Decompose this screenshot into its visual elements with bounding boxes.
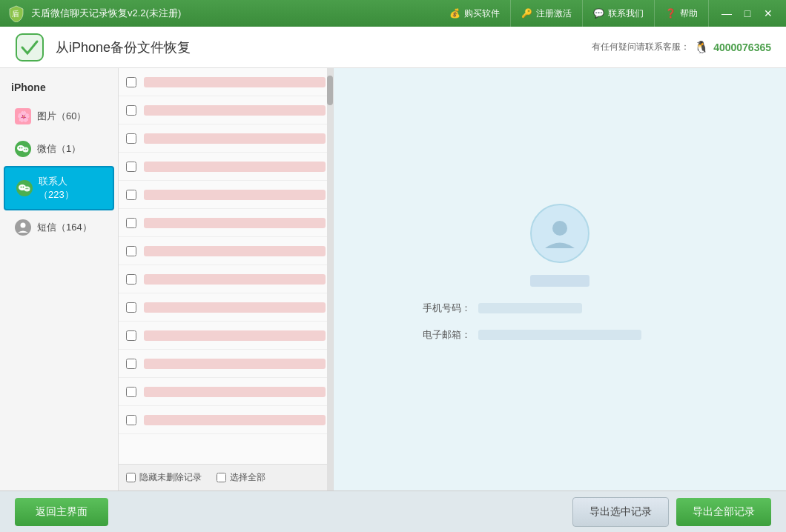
svg-point-6	[23, 147, 29, 153]
contact-avatar	[530, 204, 590, 263]
list-item[interactable]	[119, 378, 333, 406]
hide-deleted-label[interactable]: 隐藏未删除记录	[126, 471, 202, 484]
svg-point-18	[552, 221, 567, 236]
row-checkbox[interactable]	[126, 274, 136, 285]
export-selected-button[interactable]: 导出选中记录	[572, 497, 669, 527]
contact-name-blur	[144, 274, 326, 285]
contact-name-blur	[144, 359, 326, 369]
contact-name-blur	[144, 105, 326, 116]
page-title: 从iPhone备份文件恢复	[56, 39, 592, 56]
select-all-checkbox[interactable]	[217, 473, 226, 482]
list-item[interactable]	[119, 124, 333, 153]
list-item[interactable]	[119, 153, 333, 181]
support-info: 有任何疑问请联系客服： 🐧 4000076365	[592, 40, 771, 54]
contact-name-blur	[144, 387, 326, 397]
minimize-btn[interactable]: —	[716, 0, 737, 27]
svg-point-13	[24, 187, 30, 192]
list-item[interactable]	[119, 181, 333, 209]
email-value-blur	[478, 330, 641, 340]
device-label: iPhone	[0, 76, 118, 99]
svg-point-12	[23, 187, 24, 188]
list-item[interactable]	[119, 350, 333, 378]
contacts-icon	[16, 180, 33, 196]
list-item[interactable]	[119, 265, 333, 293]
window-controls: — □ ✕	[716, 0, 779, 27]
row-checkbox[interactable]	[126, 162, 136, 172]
row-checkbox[interactable]	[126, 105, 136, 116]
close-btn[interactable]: ✕	[758, 0, 779, 27]
contact-list[interactable]	[119, 68, 333, 464]
row-checkbox[interactable]	[126, 190, 136, 200]
row-checkbox[interactable]	[126, 415, 136, 425]
svg-rect-1	[16, 34, 43, 61]
contact-name-blur	[144, 415, 326, 425]
help-label: 帮助	[680, 7, 698, 20]
contact-us-btn[interactable]: 💬 联系我们	[583, 0, 655, 27]
bottombar: 返回主界面 导出选中记录 导出全部记录	[0, 491, 786, 532]
scrollbar-track[interactable]	[327, 68, 333, 491]
select-all-label[interactable]: 选择全部	[217, 471, 265, 484]
list-item[interactable]	[119, 406, 333, 434]
sidebar-item-sms[interactable]: 短信（164）	[4, 212, 114, 243]
list-item[interactable]	[119, 209, 333, 237]
list-item[interactable]	[119, 237, 333, 265]
qq-icon: 🐧	[694, 40, 709, 54]
wechat-label: 微信（1）	[37, 142, 81, 156]
contact-name-blur	[144, 246, 326, 256]
sms-icon	[15, 219, 31, 236]
contact-list-area: 隐藏未删除记录 选择全部	[119, 68, 334, 491]
row-checkbox[interactable]	[126, 133, 136, 144]
sidebar: iPhone 🌸 图片（60） 微信（1）	[0, 68, 119, 491]
list-item[interactable]	[119, 68, 333, 96]
photos-label: 图片（60）	[37, 110, 86, 123]
help-btn[interactable]: ❓ 帮助	[655, 0, 709, 27]
contact-details: 手机号码： 电子邮箱：	[419, 302, 701, 355]
contact-name-blur	[144, 133, 326, 144]
headerbar: 从iPhone备份文件恢复 有任何疑问请联系客服： 🐧 4000076365	[0, 27, 786, 68]
row-checkbox[interactable]	[126, 359, 136, 369]
email-row: 电子邮箱：	[419, 328, 701, 342]
chat-icon: 💬	[593, 8, 604, 19]
row-checkbox[interactable]	[126, 302, 136, 313]
sidebar-item-contacts[interactable]: 联系人（223）	[4, 166, 114, 210]
contact-name-blur	[144, 330, 326, 341]
contact-name-blur	[144, 190, 326, 200]
register-btn[interactable]: 🔑 注册激活	[511, 0, 583, 27]
sidebar-item-wechat[interactable]: 微信（1）	[4, 133, 114, 164]
buy-software-btn[interactable]: 💰 购买软件	[439, 0, 511, 27]
contact-name-blur	[530, 275, 590, 287]
phone-row: 手机号码：	[419, 302, 701, 315]
list-item[interactable]	[119, 322, 333, 350]
svg-point-11	[21, 187, 22, 188]
svg-text:盾: 盾	[12, 10, 19, 18]
list-item[interactable]	[119, 96, 333, 124]
sidebar-item-photos[interactable]: 🌸 图片（60）	[4, 101, 114, 132]
svg-point-14	[25, 188, 27, 190]
app-title: 天盾微信聊天记录恢复v2.2(未注册)	[31, 7, 439, 20]
contact-name-blur	[144, 77, 326, 87]
export-all-button[interactable]: 导出全部记录	[676, 498, 771, 526]
row-checkbox[interactable]	[126, 387, 136, 397]
detail-area: 手机号码： 电子邮箱：	[334, 68, 786, 491]
hide-deleted-checkbox[interactable]	[126, 473, 136, 482]
contacts-label: 联系人（223）	[39, 175, 102, 202]
titlebar-nav: 💰 购买软件 🔑 注册激活 💬 联系我们 ❓ 帮助	[439, 0, 709, 27]
photos-icon: 🌸	[15, 108, 31, 124]
register-label: 注册激活	[536, 7, 572, 20]
email-label: 电子邮箱：	[419, 328, 471, 342]
row-checkbox[interactable]	[126, 330, 136, 341]
svg-point-7	[24, 149, 25, 150]
list-footer: 隐藏未删除记录 选择全部	[119, 464, 333, 491]
buy-icon: 💰	[449, 8, 460, 19]
row-checkbox[interactable]	[126, 246, 136, 256]
phone-value-blur	[478, 303, 582, 313]
row-checkbox[interactable]	[126, 77, 136, 87]
scrollbar-thumb[interactable]	[327, 76, 333, 105]
back-button[interactable]: 返回主界面	[15, 498, 108, 526]
buy-label: 购买软件	[464, 7, 500, 20]
svg-point-15	[27, 188, 29, 190]
row-checkbox[interactable]	[126, 218, 136, 228]
svg-point-5	[22, 147, 23, 149]
list-item[interactable]	[119, 293, 333, 322]
maximize-btn[interactable]: □	[737, 0, 758, 27]
